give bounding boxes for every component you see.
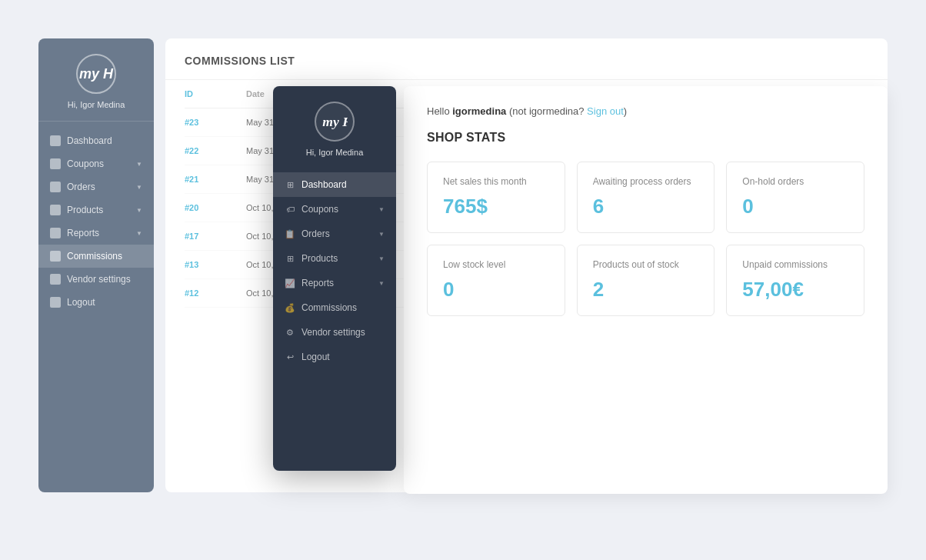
chevron-icon: ▼ (136, 230, 142, 237)
row-id: #23 (185, 118, 215, 127)
sidebar-item-vendor-settings[interactable]: Vendor settings (38, 268, 154, 291)
stat-label: Products out of stock (593, 259, 699, 270)
overlay-nav-commissions[interactable]: 💰 Commissions (273, 295, 396, 320)
after-text: ) (624, 105, 627, 117)
sidebar-item-logout[interactable]: Logout (38, 291, 154, 314)
stat-value: 0 (742, 195, 848, 218)
logout-icon (50, 297, 61, 308)
stat-card-unpaid: Unpaid commissions 57,00€ (726, 245, 864, 316)
main-header: COMMISSIONS LIST (165, 38, 888, 80)
dashboard-icon (50, 135, 61, 146)
sidebar-item-coupons[interactable]: Coupons ▼ (38, 152, 154, 175)
dashboard-panel: Hello igormedina (not igormedina? Sign o… (404, 86, 888, 494)
overlay-nav-label: Dashboard (301, 179, 347, 190)
stat-label: Net sales this month (443, 176, 549, 187)
background-page: my H Hi, Igor Medina Dashboard Coupons ▼… (0, 0, 926, 560)
overlay-nav-vendor-settings[interactable]: ⚙ Vendor settings (273, 320, 396, 345)
vendor-settings-icon (50, 274, 61, 285)
row-id: #13 (185, 260, 215, 269)
not-text: (not igormedina? (506, 105, 587, 117)
overlay-nav-logout[interactable]: ↩ Logout (273, 345, 396, 369)
reports-icon: 📈 (285, 278, 295, 288)
logout-icon: ↩ (285, 352, 295, 362)
sidebar-item-label: Coupons (67, 158, 104, 169)
overlay-nav-label: Products (301, 253, 338, 264)
stat-label: Awaiting process orders (593, 176, 699, 187)
overlay-nav-label: Vendor settings (301, 327, 365, 338)
stat-value: 0 (443, 278, 549, 302)
sidebar-logo-text: my H (79, 67, 113, 81)
sidebar-item-products[interactable]: Products ▼ (38, 198, 154, 222)
overlay-nav-label: Reports (301, 278, 334, 288)
svg-text:my H: my H (322, 114, 348, 129)
username-bold: igormedina (452, 105, 506, 117)
overlay-sidebar: my H Hi, Igor Medina ⊞ Dashboard 🏷 Coupo… (273, 86, 396, 471)
stat-label: Low stock level (443, 259, 549, 270)
stat-label: On-hold orders (742, 176, 848, 187)
vendor-settings-icon: ⚙ (285, 327, 295, 338)
sidebar-logo: my H (76, 54, 116, 94)
overlay-user-name: Hi, Igor Medina (306, 148, 364, 157)
stat-value: 6 (593, 195, 699, 218)
sidebar-user-name: Hi, Igor Medina (68, 100, 125, 109)
orders-icon: 📋 (285, 228, 295, 239)
stat-label: Unpaid commissions (742, 259, 848, 270)
overlay-nav-label: Commissions (301, 302, 357, 313)
logo-svg: my H (321, 112, 348, 131)
overlay-logo: my H (315, 102, 355, 142)
sidebar-item-orders[interactable]: Orders ▼ (38, 175, 154, 198)
stat-value: 765$ (443, 195, 549, 218)
chevron-icon: ▼ (136, 207, 142, 214)
sidebar-item-label: Orders (67, 182, 95, 192)
overlay-nav-label: Coupons (301, 204, 338, 215)
products-icon (50, 205, 61, 215)
sidebar-item-label: Dashboard (67, 135, 112, 146)
page-title: COMMISSIONS LIST (185, 55, 295, 67)
sidebar-item-label: Commissions (67, 251, 122, 262)
stat-card-awaiting: Awaiting process orders 6 (577, 162, 715, 233)
sidebar-item-label: Reports (67, 228, 99, 238)
row-id: #12 (185, 288, 215, 298)
overlay-nav: ⊞ Dashboard 🏷 Coupons ▼ 📋 Orders ▼ ⊞ Pro… (273, 168, 396, 373)
row-id: #22 (185, 146, 215, 155)
overlay-logo-area: my H Hi, Igor Medina (273, 86, 396, 168)
chevron-right-icon: ▼ (378, 280, 385, 287)
chevron-right-icon: ▼ (378, 255, 385, 262)
stat-card-low-stock: Low stock level 0 (427, 245, 565, 316)
stat-value: 57,00€ (742, 278, 848, 302)
col-id-header: ID (185, 89, 215, 98)
sidebar-item-label: Products (67, 205, 103, 215)
greeting-text: Hello (427, 105, 452, 117)
sidebar-item-commissions[interactable]: Commissions (38, 245, 154, 268)
overlay-nav-label: Logout (301, 352, 330, 362)
sidebar-item-label: Vendor settings (67, 274, 131, 285)
row-id: #21 (185, 175, 215, 184)
overlay-nav-products[interactable]: ⊞ Products ▼ (273, 246, 396, 271)
dashboard-greeting: Hello igormedina (not igormedina? Sign o… (427, 105, 864, 117)
stats-grid: Net sales this month 765$ Awaiting proce… (427, 162, 864, 316)
stat-card-onhold: On-hold orders 0 (726, 162, 864, 233)
sidebar-logo-area: my H Hi, Igor Medina (38, 38, 154, 122)
overlay-nav-label: Orders (301, 228, 330, 239)
overlay-nav-dashboard[interactable]: ⊞ Dashboard (273, 172, 396, 197)
coupons-icon (50, 158, 61, 169)
overlay-nav-reports[interactable]: 📈 Reports ▼ (273, 271, 396, 295)
sidebar-item-label: Logout (67, 297, 95, 308)
stat-card-net-sales: Net sales this month 765$ (427, 162, 565, 233)
dashboard-icon: ⊞ (285, 179, 295, 190)
row-id: #17 (185, 232, 215, 241)
sidebar-item-dashboard[interactable]: Dashboard (38, 129, 154, 152)
shop-stats-title: SHOP STATS (427, 131, 864, 145)
overlay-nav-coupons[interactable]: 🏷 Coupons ▼ (273, 197, 396, 222)
sidebar-background: my H Hi, Igor Medina Dashboard Coupons ▼… (38, 38, 154, 492)
commissions-icon (50, 251, 61, 262)
signout-link[interactable]: Sign out (587, 105, 624, 117)
reports-icon (50, 228, 61, 238)
stat-value: 2 (593, 278, 699, 302)
sidebar-item-reports[interactable]: Reports ▼ (38, 222, 154, 245)
products-icon: ⊞ (285, 253, 295, 264)
overlay-nav-orders[interactable]: 📋 Orders ▼ (273, 222, 396, 246)
commissions-icon: 💰 (285, 302, 295, 313)
coupons-icon: 🏷 (285, 204, 295, 215)
orders-icon (50, 182, 61, 192)
